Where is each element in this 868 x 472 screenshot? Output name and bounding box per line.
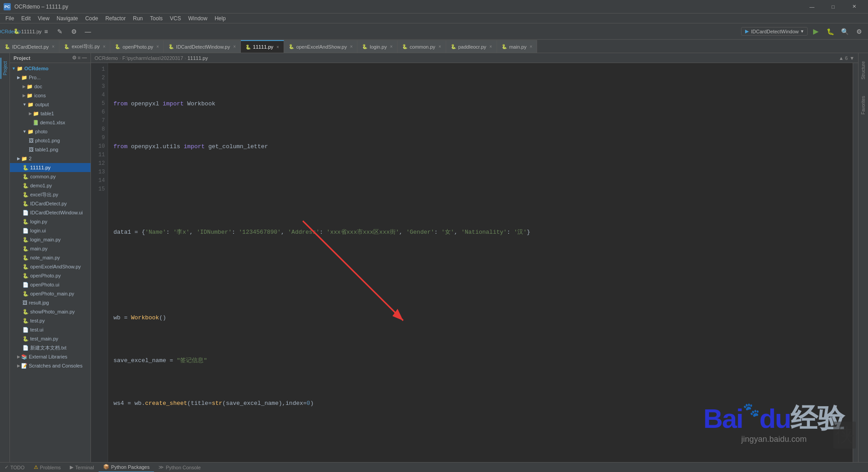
- sidebar-collapse-btn[interactable]: ⚙: [72, 55, 77, 61]
- tab-paddleocrpy[interactable]: 🐍paddleocr.py×: [446, 40, 497, 53]
- tab-close-btn[interactable]: ×: [489, 44, 492, 49]
- bottom-tab-terminal[interactable]: ▶ Terminal: [65, 463, 99, 472]
- todo-label: TODO: [10, 465, 25, 470]
- menu-item-help[interactable]: Help: [211, 14, 230, 23]
- tab-label: common.py: [410, 44, 435, 50]
- tree-item-openphotomain[interactable]: 🐍 openPhoto_main.py: [10, 289, 90, 298]
- toolbar-btn-list[interactable]: ≡: [40, 25, 52, 38]
- app-icon: PC: [4, 3, 11, 10]
- breadcrumb-ocrdemo[interactable]: OCRdemo: [95, 55, 118, 61]
- tree-item-extlibs[interactable]: ▶ 📚 External Libraries: [10, 352, 90, 361]
- tree-item-output[interactable]: ▼ 📁 output: [10, 100, 90, 109]
- maximize-button[interactable]: □: [823, 0, 843, 14]
- side-tab-favorites[interactable]: Favorites: [859, 92, 867, 118]
- tab-close-btn[interactable]: ×: [276, 45, 279, 50]
- tab-close-btn[interactable]: ×: [103, 44, 106, 49]
- menu-item-vcs[interactable]: VCS: [166, 14, 185, 23]
- line-num-4: 4: [91, 91, 105, 100]
- tree-item-11111py[interactable]: 🐍 11111.py: [10, 163, 90, 172]
- expand-btn[interactable]: ▼: [850, 55, 854, 61]
- tree-item-scratches[interactable]: ▶ 📝 Scratches and Consoles: [10, 361, 90, 370]
- menu-item-refactor[interactable]: Refactor: [102, 14, 129, 23]
- debug-button[interactable]: 🐛: [824, 25, 836, 38]
- tab-close-btn[interactable]: ×: [233, 44, 236, 49]
- tree-item-demo1xlsx[interactable]: 📗 demo1.xlsx: [10, 118, 90, 127]
- tree-item-idcarddetectpy[interactable]: 🐍 IDCardDetect.py: [10, 199, 90, 208]
- bottom-tab-python-console[interactable]: ≫ Python Console: [154, 463, 205, 472]
- menu-item-tools[interactable]: Tools: [146, 14, 166, 23]
- tree-item-txttxt[interactable]: 📄 新建文本文档.txt: [10, 343, 90, 352]
- minimize-button[interactable]: —: [802, 0, 822, 14]
- tree-item-2folder[interactable]: ▶ 📁 2: [10, 154, 90, 163]
- menu-item-navigate[interactable]: Navigate: [53, 14, 81, 23]
- tab-openExcelAndShowpy[interactable]: 🐍openExcelAndShow.py×: [284, 40, 357, 53]
- tree-item-table1[interactable]: ▶ 📁 table1: [10, 109, 90, 118]
- tree-item-testpy[interactable]: 🐍 test.py: [10, 316, 90, 325]
- toolbar-btn-edit[interactable]: ✎: [54, 25, 66, 38]
- tree-item-idcarddetectwindow[interactable]: 📄 IDCardDetectWindow.ui: [10, 208, 90, 217]
- tree-item-photo[interactable]: ▼ 📁 photo: [10, 127, 90, 136]
- menu-item-view[interactable]: View: [34, 14, 53, 23]
- menu-item-run[interactable]: Run: [129, 14, 146, 23]
- tree-item-loginpy[interactable]: 🐍 login.py: [10, 217, 90, 226]
- toolbar-btn-minus[interactable]: —: [81, 25, 94, 38]
- tree-item-ocrdemo[interactable]: ▼ 📁 OCRdemo: [10, 64, 90, 73]
- bottom-tab-todo[interactable]: ✓ TODO: [0, 463, 29, 472]
- tree-item-loginmainpy[interactable]: 🐍 login_main.py: [10, 235, 90, 244]
- tree-item-resultjpg[interactable]: 🖼 result.jpg: [10, 298, 90, 307]
- tab-close-btn[interactable]: ×: [350, 44, 353, 49]
- tree-item-openphoto[interactable]: 🐍 openPhoto.py: [10, 271, 90, 280]
- tree-item-mainpy[interactable]: 🐍 main.py: [10, 244, 90, 253]
- tree-item-notemainpy[interactable]: 🐍 note_main.py: [10, 253, 90, 262]
- tree-item-pro[interactable]: ▶ 📁 Pro...: [10, 73, 90, 82]
- tab-11111py[interactable]: 🐍11111.py×: [241, 40, 284, 53]
- tab-commonpy[interactable]: 🐍common.py×: [398, 40, 446, 53]
- tree-item-openphotouui[interactable]: 📄 openPhoto.ui: [10, 280, 90, 289]
- tree-item-testui[interactable]: 📄 test.ui: [10, 325, 90, 334]
- menu-item-edit[interactable]: Edit: [18, 14, 34, 23]
- code-line-6: wb = Workbook(): [113, 313, 847, 322]
- close-button[interactable]: ✕: [844, 0, 864, 14]
- tree-item-table1png[interactable]: 🖼 table1.png: [10, 145, 90, 154]
- tree-item-showphotomain[interactable]: 🐍 showPhoto_main.py: [10, 307, 90, 316]
- tree-item-commonpy[interactable]: 🐍 common.py: [10, 172, 90, 181]
- tree-item-openexcelpy[interactable]: 🐍 openExcelAndShow.py: [10, 262, 90, 271]
- tab-IDCardDetectWindowpy[interactable]: 🐍IDCardDetectWindow.py×: [164, 40, 241, 53]
- tab-close-btn[interactable]: ×: [156, 44, 159, 49]
- toolbar-btn-settings[interactable]: ⚙: [68, 25, 80, 38]
- menu-item-file[interactable]: File: [2, 14, 18, 23]
- tab-close-btn[interactable]: ×: [52, 44, 54, 49]
- tab-close-btn[interactable]: ×: [390, 44, 393, 49]
- problems-icon: ⚠: [34, 464, 38, 470]
- run-config-selector[interactable]: ▶ IDCardDetectWindow ▾: [741, 27, 808, 36]
- search-toolbar-btn[interactable]: 🔍: [838, 25, 851, 38]
- tab-mainpy[interactable]: 🐍main.py×: [497, 40, 537, 53]
- tree-item-photo1[interactable]: 🖼 photo1.png: [10, 136, 90, 145]
- fold-all-btn[interactable]: ▲ 6: [839, 55, 848, 61]
- toolbar-file-btn[interactable]: 🐍 11111.py: [21, 25, 34, 38]
- tree-item-doc[interactable]: ▶ 📁 doc: [10, 82, 90, 91]
- bottom-tab-problems[interactable]: ⚠ Problems: [29, 463, 65, 472]
- menu-item-code[interactable]: Code: [81, 14, 102, 23]
- tree-item-excelpy[interactable]: 🐍 excel导出.py: [10, 190, 90, 199]
- tree-item-testmainpy[interactable]: 🐍 test_main.py: [10, 334, 90, 343]
- side-tab-project[interactable]: Project: [0, 58, 9, 79]
- settings-toolbar-btn[interactable]: ⚙: [853, 25, 865, 38]
- tree-item-icons[interactable]: ▶ 📁 icons: [10, 91, 90, 100]
- tab-excelpy[interactable]: 🐍excel导出.py×: [59, 40, 110, 53]
- tab-close-btn[interactable]: ×: [529, 44, 532, 49]
- tab-IDCardDetectpy[interactable]: 🐍IDCardDetect.py×: [0, 40, 59, 53]
- tab-close-btn[interactable]: ×: [439, 44, 441, 49]
- menu-item-window[interactable]: Window: [185, 14, 211, 23]
- bottom-tab-python-packages[interactable]: 📦 Python Packages: [99, 463, 154, 472]
- tree-item-loginui[interactable]: 📄 login.ui: [10, 226, 90, 235]
- tab-openPhotopy[interactable]: 🐍openPhoto.py×: [110, 40, 164, 53]
- run-button[interactable]: ▶: [809, 25, 822, 38]
- side-tab-structure[interactable]: Structure: [859, 58, 867, 83]
- tab-label: openPhoto.py: [122, 44, 153, 50]
- sidebar-close-btn[interactable]: —: [82, 55, 87, 61]
- tree-item-demo1py[interactable]: 🐍 demo1.py: [10, 181, 90, 190]
- tab-loginpy[interactable]: 🐍login.py×: [357, 40, 398, 53]
- sidebar-gear-btn[interactable]: ≡: [78, 55, 81, 61]
- breadcrumb-pycharm[interactable]: F:\pycharm\class\20220317: [122, 55, 183, 61]
